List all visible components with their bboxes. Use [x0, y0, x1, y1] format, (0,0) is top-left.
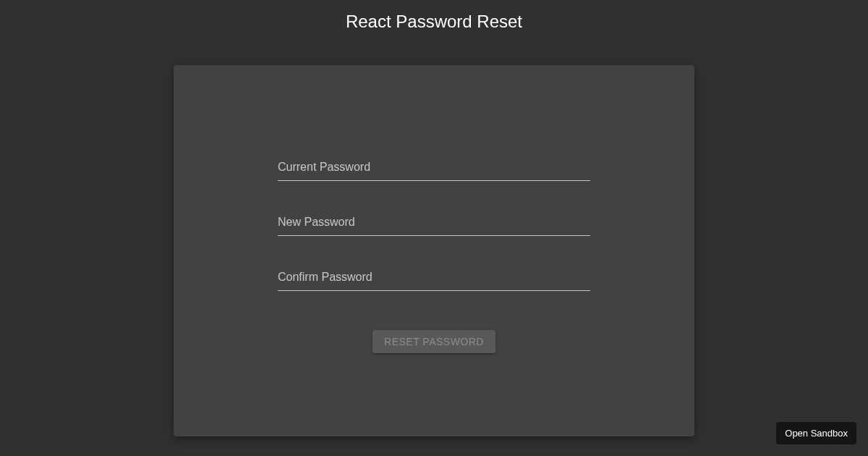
confirm-password-input[interactable] [278, 268, 590, 291]
new-password-wrapper: New Password [278, 213, 590, 236]
password-reset-form: Current Password New Password Confirm Pa… [278, 158, 590, 353]
confirm-password-wrapper: Confirm Password [278, 268, 590, 291]
current-password-input[interactable] [278, 158, 590, 181]
open-sandbox-button[interactable]: Open Sandbox [776, 422, 856, 444]
card-container: Current Password New Password Confirm Pa… [0, 65, 868, 436]
reset-password-button[interactable]: RESET PASSWORD [373, 330, 495, 353]
page-title: React Password Reset [0, 0, 868, 43]
new-password-input[interactable] [278, 213, 590, 236]
password-reset-card: Current Password New Password Confirm Pa… [174, 65, 694, 436]
current-password-wrapper: Current Password [278, 158, 590, 181]
